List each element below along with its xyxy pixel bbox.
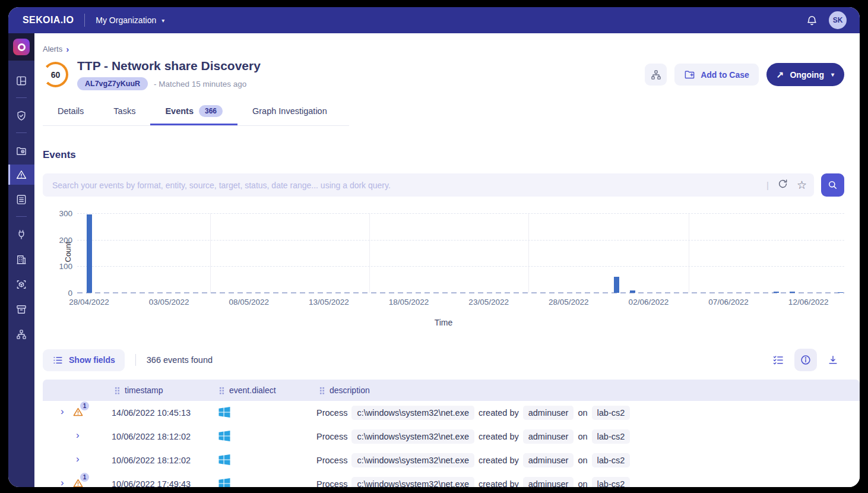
expand-row-chevron-icon[interactable]: › (76, 453, 80, 465)
table-row: › 10/06/2022 18:12:02 Process c:\windows… (43, 425, 860, 448)
column-header-event-dialect[interactable]: event.dialect (216, 385, 316, 395)
host-chip[interactable]: lab-cs2 (592, 453, 631, 467)
column-settings-button[interactable] (767, 349, 790, 371)
windows-icon (217, 405, 232, 419)
sidebar-item-rules[interactable] (8, 188, 34, 211)
events-search-field[interactable]: | ☆ (43, 173, 814, 197)
sidebar-item-integrations[interactable] (8, 223, 34, 246)
histogram-bar[interactable] (838, 292, 843, 293)
chevron-down-icon: ▾ (161, 17, 164, 24)
histogram-bar[interactable] (614, 277, 619, 293)
sidebar-item-alerts[interactable] (8, 165, 34, 185)
topbar-divider (84, 14, 85, 27)
star-icon[interactable]: ☆ (797, 178, 807, 192)
chart-plot-area[interactable]: Count 0100200300 (77, 213, 844, 293)
histogram-bar[interactable] (790, 292, 795, 293)
user-avatar[interactable]: SK (829, 11, 847, 29)
y-tick-label: 100 (59, 262, 72, 271)
event-description: Process c:\windows\system32\net.exe crea… (316, 453, 860, 467)
search-input[interactable] (52, 181, 766, 190)
column-header-timestamp[interactable]: timestamp (112, 385, 216, 395)
status-button[interactable]: ↗ Ongoing ▾ (766, 63, 844, 86)
top-bar: SEKOIA.IO My Organization ▾ SK (8, 7, 860, 33)
expand-row-chevron-icon[interactable]: › (61, 477, 64, 487)
table-row: › 10/06/2022 18:12:02 Process c:\windows… (43, 448, 860, 472)
sidebar-item-shield[interactable] (8, 104, 34, 128)
drag-handle-icon[interactable] (115, 387, 120, 394)
host-chip[interactable]: lab-cs2 (592, 477, 631, 487)
show-fields-button[interactable]: Show fields (43, 349, 125, 371)
sidebar-item-community[interactable] (8, 323, 34, 346)
x-tick-label: 28/04/2022 (69, 298, 109, 306)
graph-view-button[interactable] (645, 64, 667, 86)
sidebar-item-sandbox[interactable] (8, 273, 34, 296)
building-icon (15, 254, 27, 266)
checklist-icon (772, 354, 784, 366)
x-tick-label: 03/05/2022 (149, 298, 189, 306)
drag-handle-icon[interactable] (319, 387, 325, 394)
notifications-bell-icon[interactable] (806, 14, 818, 27)
folder-monitor-icon (15, 145, 27, 157)
sidebar-item-dashboard[interactable] (8, 69, 34, 93)
y-tick-label: 200 (59, 235, 72, 244)
search-button[interactable] (821, 173, 844, 197)
sidebar-item-storage[interactable] (8, 298, 34, 321)
user-chip[interactable]: adminuser (523, 406, 574, 420)
tab-tasks[interactable]: Tasks (99, 100, 150, 125)
expand-row-chevron-icon[interactable]: › (76, 429, 80, 441)
column-header-description[interactable]: description (316, 385, 860, 395)
process-path-chip[interactable]: c:\windows\system32\net.exe (351, 406, 474, 420)
info-button[interactable] (794, 349, 817, 371)
histogram-bar[interactable] (630, 290, 635, 293)
x-tick-label: 02/06/2022 (629, 298, 669, 306)
windows-icon (217, 476, 232, 488)
histogram-bar[interactable] (87, 214, 92, 293)
sitemap-icon (650, 69, 662, 81)
arrow-up-right-icon: ↗ (777, 69, 784, 80)
events-section-heading: Events (43, 149, 844, 161)
tab-events[interactable]: Events 366 (150, 100, 237, 125)
user-chip[interactable]: adminuser (523, 477, 574, 487)
breadcrumb-alerts-link[interactable]: Alerts (43, 45, 62, 53)
events-table: timestamp event.dialect description › 1 … (43, 380, 860, 487)
x-axis-ticks: 28/04/202203/05/202208/05/202213/05/2022… (77, 298, 844, 309)
warning-indicator[interactable]: 1 (72, 406, 84, 419)
drag-handle-icon[interactable] (219, 387, 224, 394)
archive-box-icon (15, 304, 27, 315)
histogram-bar[interactable] (774, 292, 779, 293)
event-dialect-cell (216, 405, 316, 421)
add-to-case-button[interactable]: Add to Case (674, 64, 759, 86)
x-tick-label: 08/05/2022 (229, 298, 269, 306)
process-path-chip[interactable]: c:\windows\system32\net.exe (351, 477, 474, 487)
page-title: TTP - Network share Discovery (77, 59, 261, 73)
tab-graph-investigation[interactable]: Graph Investigation (237, 100, 342, 125)
expand-row-chevron-icon[interactable]: › (61, 406, 64, 418)
refresh-icon[interactable] (777, 178, 788, 192)
warning-indicator[interactable]: 1 (72, 478, 84, 487)
host-chip[interactable]: lab-cs2 (592, 429, 631, 444)
tab-details[interactable]: Details (43, 100, 99, 125)
host-chip[interactable]: lab-cs2 (592, 406, 631, 420)
organization-selector[interactable]: My Organization ▾ (96, 15, 164, 25)
y-tick-label: 300 (59, 209, 72, 218)
user-chip[interactable]: adminuser (523, 429, 574, 444)
rules-catalog-icon (15, 194, 27, 206)
field-divider: | (766, 180, 769, 190)
sidebar-logo[interactable] (8, 33, 34, 61)
brand-logo: SEKOIA.IO (23, 15, 74, 26)
event-description: Process c:\windows\system32\net.exe crea… (316, 406, 860, 420)
sidebar-divider (16, 97, 27, 98)
sidebar-item-intelligence[interactable] (8, 248, 34, 271)
download-button[interactable] (822, 349, 844, 371)
process-path-chip[interactable]: c:\windows\system32\net.exe (351, 429, 474, 444)
sitemap-icon (15, 328, 27, 340)
alert-id-badge[interactable]: AL7vgZ7yKuuR (77, 77, 148, 90)
windows-icon (217, 429, 232, 443)
sidebar-item-operations[interactable] (8, 139, 34, 163)
events-count-badge: 366 (199, 105, 223, 117)
process-path-chip[interactable]: c:\windows\system32\net.exe (351, 453, 474, 467)
user-chip[interactable]: adminuser (523, 453, 574, 467)
sekoia-logo-icon (13, 39, 30, 55)
app-window: SEKOIA.IO My Organization ▾ SK (8, 7, 860, 487)
events-found-count: 366 events found (147, 355, 213, 365)
